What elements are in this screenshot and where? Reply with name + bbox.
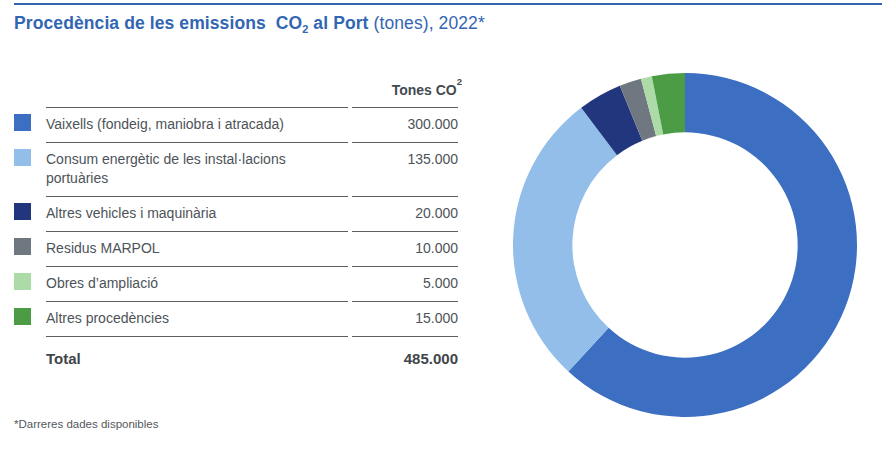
page-title: Procedència de les emissions CO2 al Port…	[14, 13, 485, 34]
legend-table: Tones CO2 Vaixells (fondeig, maniobra i …	[14, 82, 462, 380]
legend-color-swatch	[14, 203, 31, 220]
title-bold-pre: Procedència de les emissions CO	[14, 13, 302, 33]
row-value: 20.000	[352, 196, 458, 231]
title-bold-post: al Port	[308, 13, 368, 33]
total-value: 485.000	[352, 336, 458, 380]
row-value: 10.000	[352, 231, 458, 266]
row-value: 300.000	[352, 107, 458, 142]
legend-color-swatch	[14, 149, 31, 166]
top-accent-rule	[14, 3, 882, 5]
table-header-row: Tones CO2	[14, 82, 462, 107]
table-row: Altres vehicles i maquinària 20.000	[14, 196, 462, 231]
row-label: Altres procedències	[46, 301, 348, 336]
row-label: Residus MARPOL	[46, 231, 348, 266]
legend-table-body: Vaixells (fondeig, maniobra i atracada) …	[14, 107, 462, 336]
header-co2-subscript: 2	[457, 82, 462, 98]
value-column-header: Tones CO2	[46, 82, 462, 107]
legend-color-swatch	[14, 308, 31, 325]
table-row: Residus MARPOL 10.000	[14, 231, 462, 266]
row-label: Consum energètic de les instal·lacions p…	[46, 142, 348, 196]
table-row: Vaixells (fondeig, maniobra i atracada) …	[14, 107, 462, 142]
table-row: Consum energètic de les instal·lacions p…	[14, 142, 462, 196]
row-value: 15.000	[352, 301, 458, 336]
row-label: Obres d’ampliació	[46, 266, 348, 301]
row-label: Altres vehicles i maquinària	[46, 196, 348, 231]
total-row: Total 485.000	[14, 336, 462, 380]
title-regular-tail: (tones), 2022*	[369, 13, 485, 33]
row-value: 5.000	[352, 266, 458, 301]
row-value: 135.000	[352, 142, 458, 196]
footnote: *Darreres dades disponibles	[14, 418, 158, 430]
legend-color-swatch	[14, 238, 31, 255]
donut-segment-1	[513, 108, 617, 372]
total-label: Total	[46, 336, 348, 380]
legend-color-swatch	[14, 273, 31, 290]
table-row: Obres d’ampliació 5.000	[14, 266, 462, 301]
infographic-page: Procedència de les emissions CO2 al Port…	[0, 0, 894, 468]
row-label: Vaixells (fondeig, maniobra i atracada)	[46, 107, 348, 142]
legend-color-swatch	[14, 114, 31, 131]
donut-chart	[500, 60, 870, 430]
table-row: Altres procedències 15.000	[14, 301, 462, 336]
